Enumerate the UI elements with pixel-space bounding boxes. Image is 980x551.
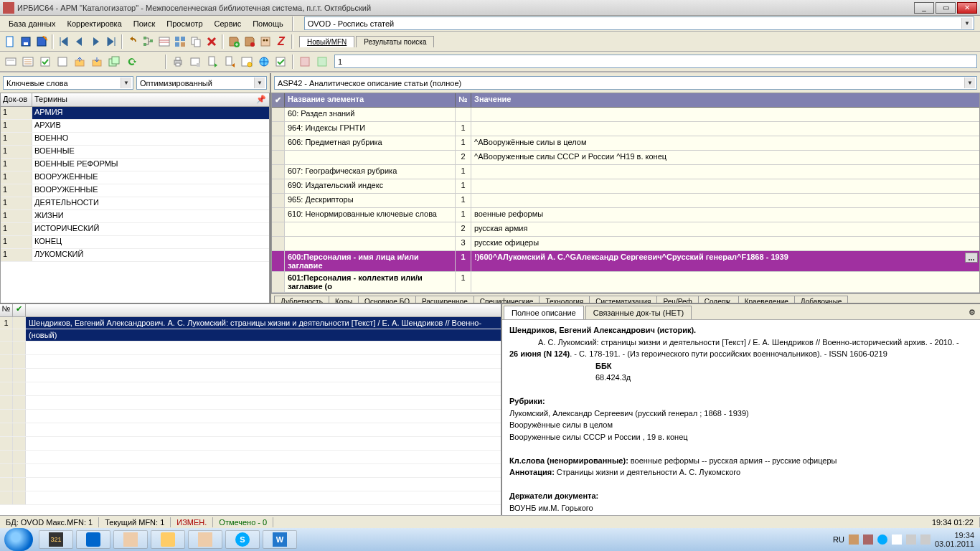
new-doc-icon[interactable] <box>3 34 17 50</box>
taskbar-mpc[interactable]: 321 <box>39 530 73 549</box>
field-row[interactable]: 606: Предметная рубрика1^AВооружённые си… <box>272 136 979 151</box>
field-row[interactable]: 601:Персоналия - коллектив или/и заглави… <box>272 272 979 293</box>
taskbar-explorer[interactable] <box>151 530 185 549</box>
taskbar-irbis1[interactable] <box>113 530 148 549</box>
tray-skype-icon[interactable] <box>877 534 887 545</box>
tool-a-icon[interactable] <box>297 54 313 70</box>
book-link-icon[interactable] <box>242 34 257 50</box>
record-row-empty <box>0 342 501 355</box>
tree-icon[interactable] <box>141 34 156 50</box>
field-row[interactable]: 2русская армия <box>272 222 979 237</box>
menu-database[interactable]: База данных <box>4 18 60 29</box>
database-combo[interactable]: OVOD - Роспись статей <box>304 17 974 30</box>
field-row[interactable]: 607: Географическая рубрика1 <box>272 165 979 179</box>
tray-flag-icon[interactable] <box>892 534 902 545</box>
term-row[interactable]: 1ВОЕННЫЕ РЕФОРМЫ <box>1 159 269 171</box>
field-row[interactable]: 600:Персоналия - имя лица и/или заглавие… <box>272 251 979 272</box>
export-icon[interactable] <box>72 54 88 70</box>
field-row[interactable]: 965: Дескрипторы1 <box>272 194 979 208</box>
refresh-icon[interactable] <box>123 54 139 70</box>
mfn-input[interactable] <box>334 55 977 68</box>
globe-icon[interactable] <box>256 54 272 70</box>
taskbar-irbis2[interactable] <box>188 530 222 549</box>
field-row[interactable]: 964: Индексы ГРНТИ1 <box>272 122 979 136</box>
tray-volume-icon[interactable] <box>920 534 930 545</box>
field-row[interactable]: 3русские офицеры <box>272 237 979 251</box>
term-row[interactable]: 1ЖИЗНИ <box>1 210 269 223</box>
nav-first-icon[interactable] <box>57 34 71 50</box>
tab-new-mfn[interactable]: Новый/MFN <box>299 36 354 47</box>
print-card-icon[interactable] <box>187 54 203 70</box>
field-ellipsis-button[interactable]: ... <box>965 253 978 263</box>
z-icon[interactable]: Z <box>274 34 288 50</box>
tab-linked-docs[interactable]: Связанные док-ты (НЕТ) <box>585 306 692 319</box>
nav-last-icon[interactable] <box>104 34 118 50</box>
batch-icon[interactable] <box>106 54 122 70</box>
pin-icon[interactable]: 📌 <box>256 95 266 104</box>
field-row[interactable]: 60: Раздел знаний <box>272 108 979 122</box>
term-row[interactable]: 1ЛУКОМСКИЙ <box>1 249 269 262</box>
record-row[interactable]: (новый) <box>0 329 501 342</box>
field-row[interactable]: 690: Издательский индекс1 <box>272 179 979 194</box>
term-row[interactable]: 1АРХИВ <box>1 120 269 133</box>
form-icon[interactable] <box>157 34 171 50</box>
desc-settings-icon[interactable]: ⚙ <box>966 306 979 319</box>
term-row[interactable]: 1ВОЕННЫЕ <box>1 146 269 159</box>
save-icon[interactable] <box>19 34 33 50</box>
book-add-icon[interactable] <box>227 34 241 50</box>
term-row[interactable]: 1ВООРУЖЕННЫЕ <box>1 184 269 197</box>
menu-service[interactable]: Сервис <box>210 18 246 29</box>
nav-prev-icon[interactable] <box>72 34 87 50</box>
print-icon[interactable] <box>170 54 186 70</box>
term-row[interactable]: 1КОНЕЦ <box>1 236 269 249</box>
tab-full-desc[interactable]: Полное описание <box>504 306 584 319</box>
fg-check-all[interactable]: ✔ <box>272 93 285 107</box>
close-button[interactable]: ✕ <box>957 2 977 14</box>
doc-out-icon[interactable] <box>204 54 220 70</box>
delete-icon[interactable] <box>204 34 219 50</box>
nav-next-icon[interactable] <box>88 34 103 50</box>
term-row[interactable]: 1АРМИЯ <box>1 107 269 120</box>
menu-help[interactable]: Помощь <box>248 18 288 29</box>
field-row[interactable]: 610: Ненормированные ключевые слова1воен… <box>272 208 979 222</box>
tray-shield-icon[interactable] <box>849 534 859 545</box>
tray-app-icon[interactable] <box>863 534 873 545</box>
lock-icon[interactable] <box>239 54 255 70</box>
field-row[interactable]: 2^AВооруженные силы СССР и России ^H19 в… <box>272 151 979 165</box>
taskbar-kmp[interactable] <box>76 530 110 549</box>
fields-icon[interactable] <box>173 34 187 50</box>
term-row[interactable]: 1ИСТОРИЧЕСКИЙ <box>1 223 269 236</box>
irbis-icon[interactable] <box>258 34 273 50</box>
rubric-2: Вооружённые силы в целом <box>509 420 613 429</box>
term-row[interactable]: 1ВООРУЖЁННЫЕ <box>1 171 269 184</box>
menu-search[interactable]: Поиск <box>129 18 159 29</box>
tray-network-icon[interactable] <box>906 534 916 545</box>
start-button[interactable] <box>4 528 33 551</box>
doc-in-icon[interactable] <box>222 54 237 70</box>
card-icon[interactable] <box>3 54 19 70</box>
worksheet-combo[interactable]: ASP42 - Аналитическое описание статьи (п… <box>274 76 977 90</box>
tab-search-results[interactable]: Результаты поиска <box>356 36 434 47</box>
search-mode-combo[interactable]: Оптимизированный <box>136 76 267 90</box>
import-icon[interactable] <box>89 54 105 70</box>
check-icon[interactable] <box>273 54 289 70</box>
unmark-icon[interactable] <box>55 54 70 70</box>
list-icon[interactable] <box>20 54 36 70</box>
tray-clock[interactable]: 19:34 03.01.2011 <box>935 531 974 548</box>
taskbar-word[interactable]: W <box>263 530 297 549</box>
tray-lang[interactable]: RU <box>833 535 844 544</box>
record-row[interactable]: 1Шендриков, Евгений Александрович. А. С.… <box>0 317 501 329</box>
copy-icon[interactable] <box>189 34 203 50</box>
save-as-icon[interactable] <box>34 34 49 50</box>
term-row[interactable]: 1ВОЕННО <box>1 133 269 146</box>
minimize-button[interactable]: _ <box>914 2 934 14</box>
term-row[interactable]: 1ДЕЯТЕЛЬНОСТИ <box>1 197 269 210</box>
search-type-combo[interactable]: Ключевые слова <box>3 76 133 90</box>
maximize-button[interactable]: ▭ <box>936 2 956 14</box>
undo-icon[interactable] <box>126 34 140 50</box>
tool-b-icon[interactable] <box>314 54 330 70</box>
menu-view[interactable]: Просмотр <box>162 18 207 29</box>
menu-correction[interactable]: Корректировка <box>63 18 126 29</box>
mark-icon[interactable] <box>37 54 53 70</box>
taskbar-skype[interactable]: S <box>225 530 260 549</box>
